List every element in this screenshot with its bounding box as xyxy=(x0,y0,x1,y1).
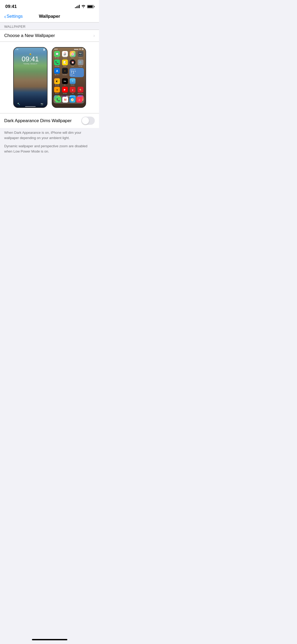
dock-phone[interactable]: 📞 xyxy=(55,97,61,103)
app-messages[interactable]: 💬 Messages xyxy=(54,51,61,58)
app-weatherapp[interactable]: ☀ Weather xyxy=(69,78,76,86)
status-bar: 09:41 xyxy=(0,0,99,12)
dock-music[interactable]: ♫ xyxy=(76,97,82,103)
nav-bar: ‹ Settings Wallpaper xyxy=(0,12,99,22)
status-icons xyxy=(75,5,94,9)
app-afterlight[interactable]: ◐ Afterlight xyxy=(54,78,61,86)
battery-icon xyxy=(87,5,94,8)
dock-gmail[interactable]: M xyxy=(62,97,68,103)
lock-screen-bg: LTE ▉ 🔒 09:41 Tuesday, January 9 🔦 📷 xyxy=(14,48,47,107)
choose-wallpaper-row[interactable]: Choose a New Wallpaper › xyxy=(0,30,99,42)
signal-icon xyxy=(75,5,80,8)
footer-text-2: Dynamic wallpaper and perspective zoom a… xyxy=(4,144,95,154)
dark-appearance-row: Dark Appearance Dims Wallpaper xyxy=(0,113,99,128)
lock-screen-date: Tuesday, January 9 xyxy=(23,63,37,65)
page-title: Wallpaper xyxy=(39,14,60,19)
lock-home-bar xyxy=(25,106,36,107)
app-settings[interactable]: ⚙️ Settings xyxy=(77,59,84,67)
dark-appearance-toggle[interactable] xyxy=(81,117,95,125)
app-notes[interactable]: 📝 Notes xyxy=(62,59,68,67)
back-button[interactable]: ‹ Settings xyxy=(4,14,23,19)
app-calendar[interactable]: TUE 17 Calendar xyxy=(62,51,68,58)
dark-appearance-section: Dark Appearance Dims Wallpaper xyxy=(0,113,99,128)
chevron-right-icon: › xyxy=(93,33,95,38)
chevron-left-icon: ‹ xyxy=(4,14,6,19)
status-time: 09:41 xyxy=(5,4,17,9)
dark-appearance-label: Dark Appearance Dims Wallpaper xyxy=(4,118,72,123)
dock-safari[interactable]: 🧭 xyxy=(69,97,75,103)
app-calculator[interactable]: = Calculator xyxy=(62,68,68,77)
wallpaper-section-header: WALLPAPER xyxy=(0,22,99,30)
choose-wallpaper-section: Choose a New Wallpaper › xyxy=(0,30,99,42)
home-dock: 📞 M 🧭 ♫ xyxy=(53,96,84,104)
app-amazon[interactable]: a Amazon xyxy=(54,87,61,94)
app-yelp[interactable]: y Yelp xyxy=(69,87,76,94)
flashlight-icon: 🔦 xyxy=(17,103,20,105)
lock-screen-status: LTE ▉ xyxy=(14,48,47,52)
app-whatsapp[interactable]: 📞 WhatsApp xyxy=(54,59,61,67)
footer-text-1: When Dark Appearance is on, iPhone will … xyxy=(4,130,95,140)
lock-screen-time: 09:41 xyxy=(22,56,39,62)
wallpaper-preview-area: LTE ▉ 🔒 09:41 Tuesday, January 9 🔦 📷 09:… xyxy=(0,42,99,113)
app-photos[interactable]: 🌸 Photos xyxy=(69,51,76,58)
choose-wallpaper-label: Choose a New Wallpaper xyxy=(4,33,55,38)
home-status-bar: 09:41 ▶▶▶▶ WiFi ▉ xyxy=(52,48,86,50)
lock-screen-bottom: 🔦 📷 xyxy=(14,103,47,105)
lock-screen-preview[interactable]: LTE ▉ 🔒 09:41 Tuesday, January 9 🔦 📷 xyxy=(13,47,48,108)
app-appstore[interactable]: A App Store xyxy=(54,68,61,77)
app-wellsfargo[interactable]: 🐴 Wells Fargo xyxy=(77,87,84,94)
home-screen-preview[interactable]: 09:41 ▶▶▶▶ WiFi ▉ 💬 Messages TUE 17 xyxy=(52,47,86,108)
app-uber[interactable]: Uber Uber xyxy=(62,78,68,86)
wifi-icon xyxy=(81,5,86,9)
home-screen-bg: 09:41 ▶▶▶▶ WiFi ▉ 💬 Messages TUE 17 xyxy=(52,48,86,107)
back-label: Settings xyxy=(7,14,23,19)
weather-widget[interactable]: Culver City 71° Sunny H:74° L:52° xyxy=(69,68,84,77)
app-youtube[interactable]: ▶ YouTube xyxy=(62,87,68,94)
camera-shortcut-icon: 📷 xyxy=(41,103,43,105)
lock-icon: 🔒 xyxy=(29,53,32,55)
footer-section: When Dark Appearance is on, iPhone will … xyxy=(0,128,99,156)
app-camera[interactable]: 📷 Camera xyxy=(77,51,84,58)
app-clock[interactable]: ⏰ Clock xyxy=(69,59,76,67)
